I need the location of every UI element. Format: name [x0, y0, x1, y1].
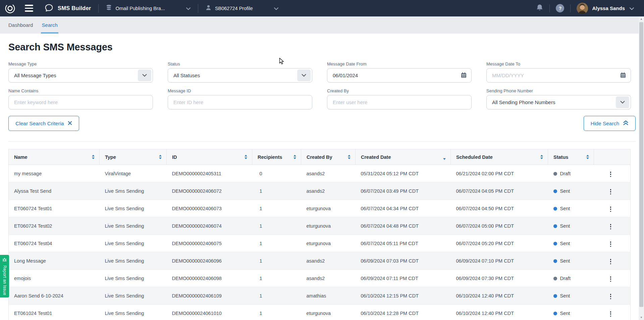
status-select[interactable]: All Statuses — [168, 68, 312, 83]
name-contains-input[interactable] — [8, 95, 153, 109]
column-header-id[interactable]: ID — [167, 149, 252, 165]
cell-status: Sent — [548, 287, 594, 305]
column-header-type[interactable]: Type — [100, 149, 167, 165]
report-an-issue-tab[interactable]: Report an Issue — [0, 255, 9, 298]
brand-selector-dropdown[interactable]: Omail Publishing Bra... — [106, 4, 190, 12]
scrollbar-thumb[interactable] — [639, 22, 643, 307]
table-row[interactable]: ET060724 Test02Live Sms SendingDEMO00000… — [9, 217, 631, 235]
cell-status: Sent — [548, 305, 594, 320]
date-from-label: Message Date From — [327, 61, 472, 66]
vertical-scrollbar[interactable]: ▲ ▼ — [639, 16, 644, 320]
table-row[interactable]: ET060724 Test01Live Sms SendingDEMO00000… — [9, 200, 631, 217]
cell-created-date: 05/31/2024 05:12 PM CDT — [356, 165, 451, 182]
column-header-name[interactable]: Name — [9, 149, 100, 165]
column-header-recipients[interactable]: Recipients — [252, 149, 301, 165]
cell-type: Live Sms Sending — [100, 287, 167, 305]
cell-name: Alyssa Test Send — [9, 182, 100, 200]
user-name[interactable]: Alyssa Sands — [592, 5, 625, 11]
column-label: Created By — [307, 154, 332, 160]
row-actions-kebab-icon[interactable] — [607, 258, 614, 266]
date-to-input[interactable]: MM/DD/YYYY — [486, 68, 631, 83]
cell-recipients: 1 — [252, 305, 301, 320]
sort-icon[interactable] — [586, 155, 589, 159]
column-header-status[interactable]: Status — [548, 149, 594, 165]
cell-name: Long Message — [9, 252, 100, 270]
help-icon[interactable]: ? — [556, 4, 564, 12]
table-row[interactable]: ET061024 Test01Live Sms SendingDEMO00000… — [9, 305, 631, 320]
omeda-logo-icon[interactable] — [4, 2, 16, 14]
cell-actions — [594, 287, 631, 305]
report-an-issue-label: Report an Issue — [2, 265, 7, 295]
user-avatar[interactable] — [577, 3, 588, 14]
clear-search-criteria-button[interactable]: Clear Search Criteria — [8, 116, 79, 131]
profile-selector-label: SB062724 Profile — [215, 6, 253, 11]
table-row[interactable]: my messageViralVintageDEMO00000024053110… — [9, 165, 631, 182]
created-by-input[interactable] — [327, 95, 472, 109]
calendar-icon[interactable] — [620, 72, 626, 79]
cell-created-by: asands2 — [301, 252, 356, 270]
top-bar: SMS Builder Omail Publishing Bra... SB06… — [0, 0, 644, 16]
sort-icon[interactable] — [159, 155, 162, 159]
tab-dashboard[interactable]: Dashboard — [8, 16, 34, 34]
cell-status: Draft — [548, 165, 594, 182]
cell-actions — [594, 200, 631, 217]
sort-icon[interactable] — [348, 155, 351, 159]
row-actions-kebab-icon[interactable] — [607, 292, 614, 301]
search-form: Message Type All Message Types Status Al… — [8, 61, 636, 109]
sort-icon[interactable] — [245, 155, 247, 159]
status-dot — [553, 172, 557, 176]
column-header-created_by[interactable]: Created By — [301, 149, 356, 165]
column-header-created_date[interactable]: Created Date — [356, 149, 451, 165]
row-actions-kebab-icon[interactable] — [607, 188, 614, 196]
cell-status: Sent — [548, 235, 594, 252]
row-actions-kebab-icon[interactable] — [607, 170, 614, 178]
table-row[interactable]: emojoisLive Sms SendingDEMO0000002406098… — [9, 270, 631, 287]
cell-type: Live Sms Sending — [100, 305, 167, 320]
profile-selector-dropdown[interactable]: SB062724 Profile — [206, 5, 278, 12]
person-icon — [206, 5, 211, 12]
sort-icon[interactable] — [540, 155, 543, 159]
status-dot — [553, 294, 557, 298]
row-actions-kebab-icon[interactable] — [607, 205, 614, 213]
row-actions-kebab-icon[interactable] — [607, 240, 614, 248]
sort-icon[interactable] — [443, 158, 446, 160]
cell-actions — [594, 235, 631, 252]
status-label: Draft — [560, 276, 571, 281]
sort-icon[interactable] — [293, 155, 296, 159]
cell-scheduled-date: 06/09/2024 07:10 PM CDT — [451, 252, 548, 270]
status-label: Sent — [560, 258, 570, 264]
notifications-bell-icon[interactable] — [536, 4, 543, 13]
sort-icon[interactable] — [92, 155, 95, 159]
column-label: Created Date — [361, 154, 391, 160]
table-row[interactable]: Alyssa Test SendLive Sms SendingDEMO0000… — [9, 182, 631, 200]
row-actions-kebab-icon[interactable] — [607, 310, 614, 318]
tab-search[interactable]: Search — [41, 16, 58, 34]
row-actions-kebab-icon[interactable] — [607, 223, 614, 231]
hamburger-menu-icon[interactable] — [25, 5, 33, 11]
table-row[interactable]: Aaron Send 6-10-2024Live Sms SendingDEMO… — [9, 287, 631, 305]
scroll-down-arrow-icon[interactable]: ▼ — [639, 315, 644, 320]
message-type-select[interactable]: All Message Types — [8, 68, 153, 83]
cell-id: DEMO0000002406075 — [167, 235, 252, 252]
scroll-up-arrow-icon[interactable]: ▲ — [639, 16, 644, 21]
cell-name: Aaron Send 6-10-2024 — [9, 287, 100, 305]
table-row[interactable]: Long MessageLive Sms SendingDEMO00000024… — [9, 252, 631, 270]
sending-phone-select[interactable]: All Sending Phone Numbers — [486, 95, 631, 109]
message-type-value: All Message Types — [14, 73, 56, 78]
row-actions-kebab-icon[interactable] — [607, 275, 614, 283]
cell-recipients: 1 — [252, 252, 301, 270]
cell-scheduled-date: 06/07/2024 05:00 PM CDT — [451, 217, 548, 235]
cell-name: emojois — [9, 270, 100, 287]
date-to-placeholder: MM/DD/YYYY — [492, 73, 524, 78]
message-id-input[interactable] — [168, 95, 312, 109]
cell-type: Live Sms Sending — [100, 252, 167, 270]
column-header-scheduled_date[interactable]: Scheduled Date — [451, 149, 548, 165]
hide-search-button[interactable]: Hide Search — [584, 116, 636, 131]
calendar-icon[interactable] — [461, 72, 467, 79]
status-dot — [553, 277, 557, 280]
table-row[interactable]: ET060724 Test04Live Sms SendingDEMO00000… — [9, 235, 631, 252]
date-from-input[interactable]: 06/01/2024 — [327, 68, 472, 83]
cell-type: ViralVintage — [100, 165, 167, 182]
chevron-down-icon[interactable] — [630, 5, 634, 11]
messages-table: NameTypeIDRecipientsCreated ByCreated Da… — [8, 149, 631, 320]
